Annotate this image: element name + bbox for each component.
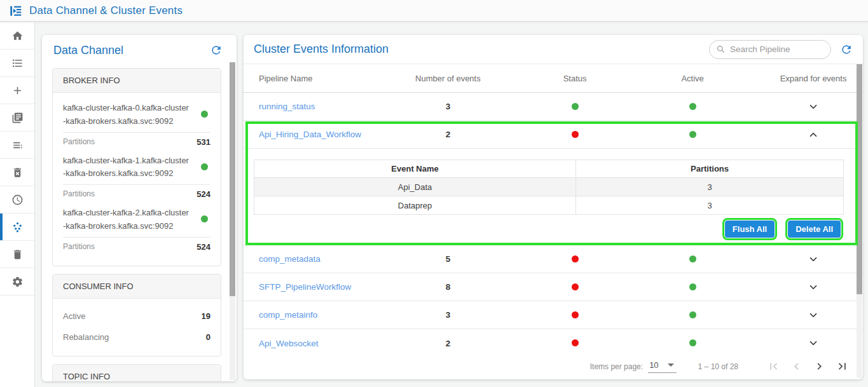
delete-all-button[interactable]: Delete All [788, 221, 841, 238]
partitions-value: 524 [196, 189, 210, 199]
sidebar-item-documents[interactable] [0, 104, 34, 132]
cluster-events-refresh-button[interactable] [840, 43, 853, 56]
pipeline-link[interactable]: running_status [244, 102, 368, 111]
status-dot [572, 283, 579, 290]
broker-entry: kafka-cluster-kafka-2.kafka-cluster-kafk… [63, 207, 210, 252]
page-range: 1 – 10 of 28 [698, 362, 738, 371]
consumer-info-header: CONSUMER INFO [53, 275, 221, 299]
sidebar [0, 22, 35, 387]
events-detail-header-row: Event Name Partitions [254, 160, 844, 178]
lines-icon [11, 139, 24, 151]
refresh-icon [840, 43, 853, 56]
items-per-page-label: Items per page: [590, 362, 643, 371]
partitions-label: Partitions [63, 242, 95, 252]
consumer-label: Rebalancing [63, 332, 109, 342]
active-dot [689, 255, 696, 262]
search-icon [716, 44, 726, 54]
event-name-header: Event Name [254, 160, 576, 178]
events-count: 8 [368, 282, 528, 292]
broker-entry: kafka-cluster-kafka-0.kafka-cluster-kafk… [63, 102, 210, 147]
app-menu-icon[interactable] [9, 4, 23, 18]
consumer-info-section: CONSUMER INFO Active 19 Rebalancing 0 [52, 274, 221, 356]
table-row: Api_Websocket 2 [244, 329, 863, 357]
sidebar-item-add[interactable] [0, 77, 34, 104]
items-per-page-value: 10 [649, 360, 658, 370]
first-page-icon[interactable] [767, 360, 780, 373]
chevron-up-icon[interactable] [808, 129, 819, 140]
pipeline-link[interactable]: Api_Websocket [244, 339, 368, 348]
sidebar-item-history[interactable] [0, 186, 34, 214]
status-dot [572, 255, 579, 262]
events-detail-table: Event Name Partitions Api_Data 3 Datapre… [254, 160, 844, 215]
data-channel-refresh-button[interactable] [210, 44, 223, 57]
pipeline-link[interactable]: SFTP_PipelineWorkflow [244, 282, 368, 292]
app-header: Data Channel & Cluster Events [0, 0, 868, 22]
table-row: running_status 3 [244, 93, 863, 121]
column-header-active: Active [621, 74, 764, 83]
events-count: 3 [368, 310, 528, 320]
sidebar-item-lines[interactable] [0, 132, 34, 159]
page-title: Data Channel & Cluster Events [29, 4, 183, 17]
partitions-header: Partitions [576, 160, 844, 178]
table-row: comp_metainfo 3 [244, 301, 863, 329]
topic-info-header: TOPIC INFO [53, 365, 221, 381]
cluster-icon [11, 221, 24, 233]
last-page-icon[interactable] [836, 360, 849, 373]
search-pipeline-input[interactable] [730, 44, 819, 54]
table-row-expanded: Api_Hiring_Data_Workflow 2 [244, 121, 863, 149]
next-page-icon[interactable] [813, 360, 826, 373]
pipeline-link[interactable]: Api_Hiring_Data_Workflow [244, 130, 368, 139]
column-header-pipeline-name: Pipeline Name [244, 74, 368, 83]
trash-icon [11, 248, 24, 261]
previous-page-icon[interactable] [790, 360, 803, 373]
items-per-page-select[interactable]: 10 [648, 360, 676, 373]
list-icon [11, 57, 24, 69]
cluster-events-scrollbar-thumb[interactable] [857, 64, 862, 294]
status-dot [572, 103, 579, 110]
event-name: Dataprep [254, 196, 576, 215]
plus-icon [11, 85, 24, 97]
chevron-down-icon[interactable] [808, 309, 819, 321]
sidebar-item-list[interactable] [0, 50, 34, 77]
search-pipeline-box [709, 40, 831, 59]
event-partitions: 3 [576, 196, 844, 215]
chevron-down-icon[interactable] [808, 282, 819, 293]
active-dot [689, 103, 696, 110]
chevron-down-icon[interactable] [808, 337, 819, 349]
broker-entry: kafka-cluster-kafka-1.kafka-cluster-kafk… [63, 154, 210, 200]
data-channel-scrollbar-thumb[interactable] [230, 62, 235, 296]
flush-all-button[interactable]: Flush All [725, 221, 775, 238]
table-header-row: Pipeline Name Number of events Status Ac… [244, 64, 863, 93]
sidebar-item-delete-forever[interactable] [0, 159, 34, 186]
events-count: 2 [368, 339, 528, 348]
active-dot [689, 311, 696, 318]
events-count: 5 [368, 254, 528, 264]
chevron-down-icon[interactable] [808, 254, 819, 265]
sidebar-item-delete[interactable] [0, 241, 34, 268]
event-row: Api_Data 3 [254, 178, 844, 196]
consumer-value: 19 [202, 311, 210, 321]
expanded-events-detail: Event Name Partitions Api_Data 3 Datapre… [244, 149, 863, 245]
select-caret-icon [668, 363, 674, 367]
events-count: 3 [368, 102, 528, 111]
chevron-down-icon[interactable] [808, 101, 819, 112]
consumer-row: Active 19 [63, 308, 210, 329]
sidebar-item-settings[interactable] [0, 268, 34, 295]
table-row: comp_metadata 5 [244, 245, 863, 273]
paginator: Items per page: 10 1 – 10 of 28 [590, 360, 849, 373]
data-channel-panel: Data Channel BROKER INFO kafka-cluster-k… [42, 35, 237, 381]
broker-name: kafka-cluster-kafka-1.kafka-cluster-kafk… [63, 154, 210, 181]
status-dot [572, 339, 579, 346]
partitions-value: 524 [196, 242, 210, 252]
sidebar-item-cluster-events[interactable] [0, 214, 34, 241]
active-dot [689, 283, 696, 290]
column-header-status: Status [528, 74, 621, 83]
pipeline-link[interactable]: comp_metainfo [244, 310, 368, 320]
pipeline-link[interactable]: comp_metadata [244, 254, 368, 264]
broker-status-dot [201, 163, 208, 170]
sidebar-item-home[interactable] [0, 22, 34, 50]
partitions-label: Partitions [63, 189, 95, 199]
table-row: SFTP_PipelineWorkflow 8 [244, 273, 863, 301]
cluster-events-panel: Cluster Events Information Pipeline Name… [244, 35, 863, 379]
gear-icon [11, 276, 24, 288]
